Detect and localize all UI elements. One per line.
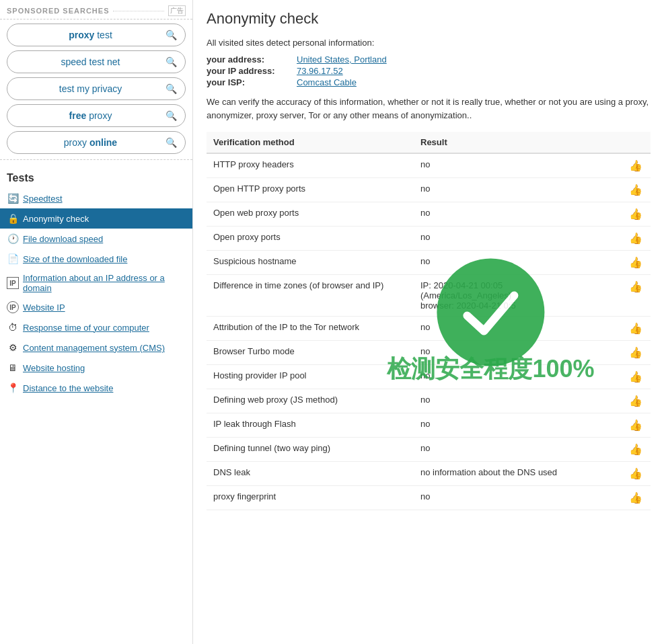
search-btn-proxy-test[interactable]: proxy test 🔍 [7, 24, 186, 46]
col-result-header: Result [414, 132, 621, 153]
sidebar-divider [0, 159, 192, 160]
hosting-icon: 🖥 [7, 362, 19, 374]
status-icon-cell: 👍 [621, 153, 651, 178]
website-hosting-link[interactable]: Website hosting [23, 363, 85, 373]
ip-info-link[interactable]: Information about an IP address or a dom… [23, 273, 186, 293]
status-icon-cell: 👍 [621, 438, 651, 462]
status-icon-cell: 👍 [621, 413, 651, 438]
sponsored-header: SPONSORED SEARCHES 广告 [0, 0, 192, 19]
status-icon-cell: 👍 [621, 202, 651, 227]
cms-icon: ⚙ [7, 341, 19, 354]
status-icon-cell: 👍 [621, 275, 651, 317]
isp-label: your ISP: [207, 77, 294, 87]
result-cell: no [414, 178, 621, 202]
method-cell: proxy fingerprint [207, 486, 414, 510]
thumbs-up-icon: 👍 [629, 208, 642, 220]
search-keyword-proxy-online: proxy online [15, 137, 165, 148]
speedtest-link[interactable]: Speedtest [23, 194, 63, 204]
table-row: HTTP proxy headers no 👍 [207, 153, 651, 178]
col-icon-header [621, 132, 651, 153]
sidebar-item-website-hosting[interactable]: 🖥 Website hosting [0, 358, 192, 378]
table-row: Open proxy ports no 👍 [207, 227, 651, 251]
overlay-container: 检测安全程度100% [387, 259, 594, 386]
cms-link[interactable]: Content management system (CMS) [23, 343, 165, 353]
thumbs-up-icon: 👍 [629, 257, 642, 268]
thumbs-up-icon: 👍 [629, 233, 642, 244]
website-ip-link[interactable]: Website IP [23, 303, 65, 313]
thumbs-up-icon: 👍 [629, 160, 642, 171]
method-cell: Open web proxy ports [207, 202, 414, 227]
method-cell: Difference in time zones (of browser and… [207, 275, 414, 317]
status-icon-cell: 👍 [621, 486, 651, 510]
sidebar-item-distance[interactable]: 📍 Distance to the website [0, 378, 192, 398]
status-icon-cell: 👍 [621, 389, 651, 413]
sidebar-item-file-download-speed[interactable]: 🕐 File download speed [0, 229, 192, 249]
result-cell: no [414, 153, 621, 178]
method-cell: Suspicious hostname [207, 251, 414, 275]
isp-value[interactable]: Comcast Cable [297, 77, 357, 87]
sidebar-item-website-ip[interactable]: IP Website IP [0, 297, 192, 317]
search-keyword-free-proxy: free proxy [15, 110, 165, 121]
search-item-proxy-online[interactable]: proxy online 🔍 [7, 131, 186, 154]
ip-value[interactable]: 73.96.17.52 [297, 66, 343, 76]
search-btn-proxy-online[interactable]: proxy online 🔍 [7, 131, 186, 154]
search-item-speed-test-net[interactable]: speed test net 🔍 [7, 50, 186, 73]
result-cell: no [414, 202, 621, 227]
thumbs-up-icon: 👍 [629, 184, 642, 196]
anonymity-check-label: Anonymity check [23, 214, 89, 224]
ad-icon: 广告 [168, 5, 186, 16]
method-cell: Attribution of the IP to the Tor network [207, 317, 414, 341]
thumbs-up-icon: 👍 [629, 492, 642, 504]
search-btn-free-proxy[interactable]: free proxy 🔍 [7, 104, 186, 127]
sidebar-item-speedtest[interactable]: 🔄 Speedtest [0, 188, 192, 208]
thumbs-up-icon: 👍 [629, 419, 642, 431]
table-row: DNS leak no information about the DNS us… [207, 462, 651, 486]
sidebar: SPONSORED SEARCHES 广告 proxy test 🔍 speed… [0, 0, 193, 644]
check-circle [437, 259, 544, 366]
sidebar-item-anonymity-check[interactable]: 🔒 Anonymity check [0, 208, 192, 229]
thumbs-up-icon: 👍 [629, 281, 642, 292]
sponsored-label: SPONSORED SEARCHES [7, 7, 109, 15]
response-time-icon: ⏱ [7, 321, 19, 333]
method-cell: Open proxy ports [207, 227, 414, 251]
tests-header: Tests [0, 165, 192, 188]
table-row: Open HTTP proxy ports no 👍 [207, 178, 651, 202]
search-btn-test-my-privacy[interactable]: test my privacy 🔍 [7, 77, 186, 100]
checkmark-icon [457, 279, 524, 346]
search-item-test-my-privacy[interactable]: test my privacy 🔍 [7, 77, 186, 100]
status-icon-cell: 👍 [621, 341, 651, 365]
sidebar-item-response-time[interactable]: ⏱ Response time of your computer [0, 317, 192, 337]
size-downloaded-link[interactable]: Size of the downloaded file [23, 254, 127, 264]
search-icon-5: 🔍 [165, 137, 177, 148]
sidebar-item-ip-info[interactable]: IP Information about an IP address or a … [0, 269, 192, 297]
search-icon: 🔍 [165, 30, 177, 40]
search-btn-speed-test-net[interactable]: speed test net 🔍 [7, 50, 186, 73]
search-keyword-proxy-test: proxy test [15, 30, 165, 40]
file-download-icon: 🕐 [7, 233, 19, 245]
distance-link[interactable]: Distance to the website [23, 383, 113, 393]
response-time-link[interactable]: Response time of your computer [23, 323, 149, 333]
address-value[interactable]: United States, Portland [297, 54, 387, 65]
method-cell: Open HTTP proxy ports [207, 178, 414, 202]
sidebar-item-size-downloaded-file[interactable]: 📄 Size of the downloaded file [0, 249, 192, 269]
thumbs-up-icon: 👍 [629, 444, 642, 455]
method-cell: Browser Turbo mode [207, 341, 414, 365]
page-title: Anonymity check [207, 10, 651, 28]
intro-text: All visited sites detect personal inform… [207, 38, 651, 48]
sponsored-dots [113, 11, 164, 11]
method-cell: Defining tunnel (two way ping) [207, 438, 414, 462]
table-header-row: Verification method Result [207, 132, 651, 153]
method-cell: DNS leak [207, 462, 414, 486]
status-icon-cell: 👍 [621, 462, 651, 486]
size-icon: 📄 [7, 253, 19, 265]
search-icon-2: 🔍 [165, 56, 177, 67]
result-cell: no [414, 389, 621, 413]
search-item-free-proxy[interactable]: free proxy 🔍 [7, 104, 186, 127]
file-download-link[interactable]: File download speed [23, 234, 103, 244]
speedtest-icon: 🔄 [7, 192, 19, 204]
result-cell: no [414, 438, 621, 462]
thumbs-up-icon: 👍 [629, 347, 642, 358]
search-item-proxy-test[interactable]: proxy test 🔍 [7, 24, 186, 46]
thumbs-up-icon: 👍 [629, 395, 642, 407]
sidebar-item-cms[interactable]: ⚙ Content management system (CMS) [0, 337, 192, 358]
